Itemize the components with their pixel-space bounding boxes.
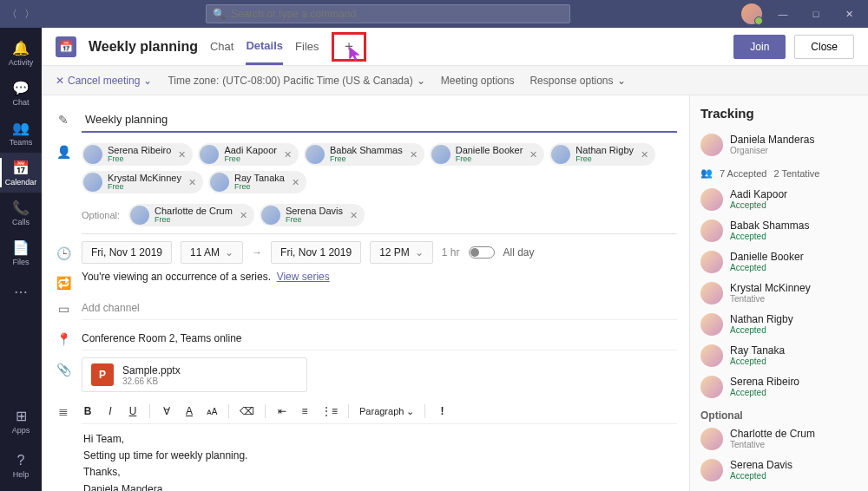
avatar	[700, 376, 723, 398]
avatar	[261, 206, 280, 225]
avatar	[83, 173, 102, 192]
rail-item-calendar[interactable]: 📅Calendar	[0, 153, 42, 193]
people-icon: 👤	[54, 140, 73, 159]
close-button[interactable]: Close	[794, 35, 854, 59]
remove-icon[interactable]: ✕	[639, 149, 650, 160]
remove-icon[interactable]: ✕	[528, 149, 539, 160]
app-rail: 🔔Activity💬Chat👥Teams📅Calendar📞Calls📄File…	[0, 28, 42, 491]
tracking-panel: Tracking Daniela Manderas Organiser 👥 7 …	[689, 95, 868, 491]
remove-icon[interactable]: ✕	[282, 149, 293, 160]
avatar	[130, 206, 149, 225]
avatar	[210, 173, 229, 192]
rail-item-apps[interactable]: ⊞Apps	[0, 401, 42, 441]
nav-back[interactable]: 〈	[7, 7, 17, 22]
avatar	[551, 145, 570, 164]
attachment-name: Sample.pptx	[122, 364, 181, 376]
attendee-chip[interactable]: Ray TanakaFree✕	[208, 171, 306, 193]
meeting-options[interactable]: Meeting options	[441, 75, 515, 87]
remove-icon[interactable]: ✕	[238, 210, 249, 221]
timezone-dropdown[interactable]: Time zone: (UTC-08:00) Pacific Time (US …	[168, 75, 424, 87]
attendees-field[interactable]: Serena RibeiroFree✕Aadi KapoorFree✕Babak…	[82, 140, 677, 234]
add-tab-button[interactable]: ＋	[342, 37, 356, 56]
window-close[interactable]: ✕	[837, 5, 861, 23]
end-time[interactable]: 12 PM⌄	[370, 241, 433, 264]
avatar	[700, 282, 723, 304]
view-series-link[interactable]: View series	[277, 271, 330, 283]
tab-chat[interactable]: Chat	[210, 29, 233, 63]
numlist-button[interactable]: ≡	[299, 405, 311, 417]
paragraph-dropdown[interactable]: Paragraph ⌄	[359, 406, 414, 417]
nav-forward[interactable]: 〉	[24, 7, 35, 22]
remove-icon[interactable]: ✕	[348, 210, 359, 221]
powerpoint-icon: P	[91, 363, 114, 386]
meeting-header: 📅 Weekly planning Chat Details Files ＋ J…	[42, 28, 868, 66]
avatar	[700, 428, 723, 450]
avatar	[700, 219, 723, 242]
underline-button[interactable]: U	[127, 405, 139, 417]
tracking-person: Krystal McKinneyTentative	[700, 278, 858, 309]
attendee-chip[interactable]: Aadi KapoorFree✕	[198, 143, 299, 166]
title-input[interactable]	[82, 108, 677, 133]
attendee-chip[interactable]: Serena DavisFree✕	[260, 204, 365, 226]
attendee-chip[interactable]: Babak ShammasFree✕	[304, 143, 424, 166]
avatar	[306, 145, 325, 164]
tracking-person: Serena DavisAccepted	[700, 455, 858, 486]
bullist-button[interactable]: ⋮≡	[321, 405, 338, 417]
channel-input[interactable]: Add channel	[82, 297, 677, 320]
tracking-person: Aadi KapoorAccepted	[700, 184, 858, 215]
indent-button[interactable]: ⇤	[276, 405, 288, 417]
tab-details[interactable]: Details	[246, 29, 283, 65]
avatar	[700, 134, 723, 156]
rail-item-teams[interactable]: 👥Teams	[0, 113, 42, 153]
response-options[interactable]: Response options ⌄	[529, 75, 625, 87]
chevron-down-icon: ⌄	[617, 75, 626, 87]
attendee-chip[interactable]: Danielle BookerFree✕	[430, 143, 545, 166]
editor-body[interactable]: Hi Team,Setting up time for weekly plann…	[82, 424, 677, 491]
rail-item-help[interactable]: ?Help	[0, 446, 42, 486]
important-button[interactable]: !	[436, 405, 448, 417]
rail-item-calls[interactable]: 📞Calls	[0, 193, 42, 232]
attachment-item[interactable]: P Sample.pptx 32.66 KB	[82, 357, 307, 392]
search-input[interactable]	[206, 4, 570, 23]
window-maximize[interactable]: □	[804, 5, 828, 23]
rail-item-activity[interactable]: 🔔Activity	[0, 33, 42, 73]
cancel-meeting[interactable]: ✕ Cancel meeting ⌄	[56, 75, 152, 87]
tracking-person: Babak ShammasAccepted	[700, 215, 858, 246]
bold-button[interactable]: B	[82, 405, 94, 417]
repeat-icon: 🔁	[54, 271, 73, 290]
meeting-form: ✎ 👤 Serena RibeiroFree✕Aadi KapoorFree✕B…	[42, 95, 689, 491]
start-date[interactable]: Fri, Nov 1 2019	[82, 241, 172, 264]
end-date[interactable]: Fri, Nov 1 2019	[271, 241, 361, 264]
meeting-title: Weekly planning	[89, 39, 198, 55]
remove-icon[interactable]: ✕	[187, 177, 198, 188]
attendee-chip[interactable]: Nathan RigbyFree✕	[549, 143, 655, 166]
start-time[interactable]: 11 AM⌄	[181, 241, 243, 264]
attendee-chip[interactable]: Charlotte de CrumFree✕	[128, 204, 254, 226]
chevron-down-icon: ⌄	[143, 75, 152, 87]
clear-button[interactable]: ⌫	[240, 405, 254, 417]
remove-icon[interactable]: ✕	[290, 177, 301, 188]
rail-item-chat[interactable]: 💬Chat	[0, 73, 42, 113]
allday-toggle[interactable]	[469, 246, 495, 259]
series-hint: You're viewing an occurrence of a series…	[82, 271, 271, 283]
titlebar: 〈 〉 🔍 ― □ ✕	[0, 0, 868, 28]
strike-button[interactable]: ∀	[161, 405, 173, 417]
allday-label: All day	[503, 246, 535, 259]
fontcolor-button[interactable]: A	[183, 405, 195, 417]
profile-avatar[interactable]	[741, 3, 762, 24]
rail-item-files[interactable]: 📄Files	[0, 232, 42, 272]
editor-toolbar: B I U ∀ A ᴀA ⌫ ⇤ ≡ ⋮≡	[82, 399, 677, 424]
italic-button[interactable]: I	[104, 405, 116, 417]
join-button[interactable]: Join	[733, 35, 786, 59]
organiser-row: Daniela Manderas Organiser	[700, 129, 858, 160]
attendee-chip[interactable]: Serena RibeiroFree✕	[82, 143, 193, 166]
location-input[interactable]: Conference Room 2, Teams online	[82, 327, 677, 350]
rail-item-more[interactable]: ⋯	[0, 272, 42, 312]
remove-icon[interactable]: ✕	[408, 149, 419, 160]
tab-files[interactable]: Files	[295, 29, 319, 63]
search-icon: 🔍	[213, 8, 226, 20]
attendee-chip[interactable]: Krystal McKinneyFree✕	[82, 171, 203, 193]
window-minimize[interactable]: ―	[771, 5, 795, 23]
fontsize-button[interactable]: ᴀA	[206, 407, 218, 416]
remove-icon[interactable]: ✕	[176, 149, 187, 160]
